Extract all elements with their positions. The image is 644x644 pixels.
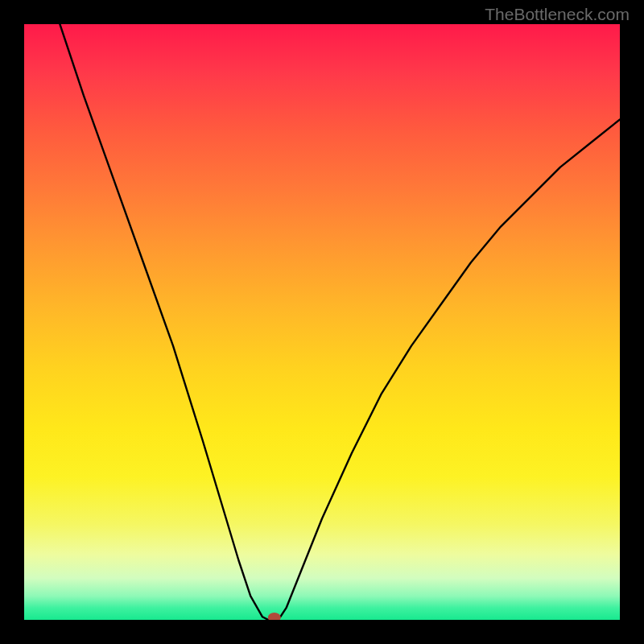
optimum-marker [268, 613, 281, 620]
bottleneck-chart [24, 24, 620, 620]
watermark-text: TheBottleneck.com [485, 5, 630, 24]
curve-layer [24, 24, 620, 620]
bottleneck-curve-path [60, 24, 620, 620]
